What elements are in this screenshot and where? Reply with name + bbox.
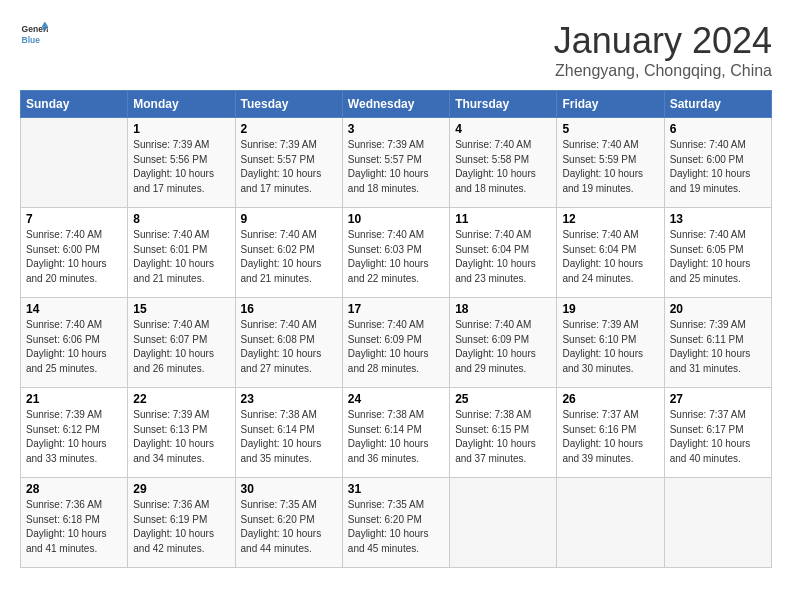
day-number: 21 — [26, 392, 122, 406]
day-number: 16 — [241, 302, 337, 316]
calendar-cell: 16Sunrise: 7:40 AMSunset: 6:08 PMDayligh… — [235, 298, 342, 388]
calendar-cell: 4Sunrise: 7:40 AMSunset: 5:58 PMDaylight… — [450, 118, 557, 208]
day-number: 15 — [133, 302, 229, 316]
day-info: Sunrise: 7:39 AMSunset: 5:57 PMDaylight:… — [348, 138, 444, 196]
day-info: Sunrise: 7:40 AMSunset: 6:04 PMDaylight:… — [455, 228, 551, 286]
calendar-table: Sunday Monday Tuesday Wednesday Thursday… — [20, 90, 772, 568]
day-info: Sunrise: 7:39 AMSunset: 5:57 PMDaylight:… — [241, 138, 337, 196]
calendar-cell: 30Sunrise: 7:35 AMSunset: 6:20 PMDayligh… — [235, 478, 342, 568]
calendar-cell — [557, 478, 664, 568]
day-number: 6 — [670, 122, 766, 136]
day-info: Sunrise: 7:40 AMSunset: 6:09 PMDaylight:… — [455, 318, 551, 376]
day-info: Sunrise: 7:39 AMSunset: 6:11 PMDaylight:… — [670, 318, 766, 376]
calendar-cell: 18Sunrise: 7:40 AMSunset: 6:09 PMDayligh… — [450, 298, 557, 388]
col-sunday: Sunday — [21, 91, 128, 118]
calendar-cell: 13Sunrise: 7:40 AMSunset: 6:05 PMDayligh… — [664, 208, 771, 298]
calendar-week-3: 14Sunrise: 7:40 AMSunset: 6:06 PMDayligh… — [21, 298, 772, 388]
calendar-cell: 27Sunrise: 7:37 AMSunset: 6:17 PMDayligh… — [664, 388, 771, 478]
day-info: Sunrise: 7:40 AMSunset: 5:58 PMDaylight:… — [455, 138, 551, 196]
day-info: Sunrise: 7:39 AMSunset: 6:13 PMDaylight:… — [133, 408, 229, 466]
calendar-cell: 9Sunrise: 7:40 AMSunset: 6:02 PMDaylight… — [235, 208, 342, 298]
day-info: Sunrise: 7:38 AMSunset: 6:14 PMDaylight:… — [241, 408, 337, 466]
day-info: Sunrise: 7:40 AMSunset: 6:05 PMDaylight:… — [670, 228, 766, 286]
header-row: Sunday Monday Tuesday Wednesday Thursday… — [21, 91, 772, 118]
calendar-cell: 2Sunrise: 7:39 AMSunset: 5:57 PMDaylight… — [235, 118, 342, 208]
calendar-cell: 7Sunrise: 7:40 AMSunset: 6:00 PMDaylight… — [21, 208, 128, 298]
logo: General Blue — [20, 20, 48, 48]
calendar-cell: 3Sunrise: 7:39 AMSunset: 5:57 PMDaylight… — [342, 118, 449, 208]
svg-text:Blue: Blue — [22, 35, 41, 45]
calendar-cell: 23Sunrise: 7:38 AMSunset: 6:14 PMDayligh… — [235, 388, 342, 478]
month-title: January 2024 — [554, 20, 772, 62]
day-number: 12 — [562, 212, 658, 226]
day-number: 13 — [670, 212, 766, 226]
day-number: 7 — [26, 212, 122, 226]
day-number: 17 — [348, 302, 444, 316]
calendar-cell — [21, 118, 128, 208]
col-friday: Friday — [557, 91, 664, 118]
calendar-week-2: 7Sunrise: 7:40 AMSunset: 6:00 PMDaylight… — [21, 208, 772, 298]
calendar-cell: 25Sunrise: 7:38 AMSunset: 6:15 PMDayligh… — [450, 388, 557, 478]
day-number: 20 — [670, 302, 766, 316]
day-number: 31 — [348, 482, 444, 496]
day-number: 29 — [133, 482, 229, 496]
calendar-cell: 19Sunrise: 7:39 AMSunset: 6:10 PMDayligh… — [557, 298, 664, 388]
calendar-cell: 15Sunrise: 7:40 AMSunset: 6:07 PMDayligh… — [128, 298, 235, 388]
day-info: Sunrise: 7:40 AMSunset: 6:02 PMDaylight:… — [241, 228, 337, 286]
day-info: Sunrise: 7:39 AMSunset: 5:56 PMDaylight:… — [133, 138, 229, 196]
col-monday: Monday — [128, 91, 235, 118]
calendar-cell: 29Sunrise: 7:36 AMSunset: 6:19 PMDayligh… — [128, 478, 235, 568]
day-number: 25 — [455, 392, 551, 406]
day-number: 28 — [26, 482, 122, 496]
calendar-cell: 1Sunrise: 7:39 AMSunset: 5:56 PMDaylight… — [128, 118, 235, 208]
col-wednesday: Wednesday — [342, 91, 449, 118]
day-info: Sunrise: 7:35 AMSunset: 6:20 PMDaylight:… — [241, 498, 337, 556]
calendar-cell: 20Sunrise: 7:39 AMSunset: 6:11 PMDayligh… — [664, 298, 771, 388]
day-number: 22 — [133, 392, 229, 406]
day-number: 19 — [562, 302, 658, 316]
calendar-cell — [450, 478, 557, 568]
day-info: Sunrise: 7:40 AMSunset: 6:00 PMDaylight:… — [26, 228, 122, 286]
calendar-cell: 12Sunrise: 7:40 AMSunset: 6:04 PMDayligh… — [557, 208, 664, 298]
day-number: 18 — [455, 302, 551, 316]
day-number: 23 — [241, 392, 337, 406]
calendar-cell: 11Sunrise: 7:40 AMSunset: 6:04 PMDayligh… — [450, 208, 557, 298]
day-number: 30 — [241, 482, 337, 496]
calendar-cell: 31Sunrise: 7:35 AMSunset: 6:20 PMDayligh… — [342, 478, 449, 568]
day-info: Sunrise: 7:40 AMSunset: 6:00 PMDaylight:… — [670, 138, 766, 196]
col-saturday: Saturday — [664, 91, 771, 118]
calendar-cell: 24Sunrise: 7:38 AMSunset: 6:14 PMDayligh… — [342, 388, 449, 478]
day-info: Sunrise: 7:40 AMSunset: 6:09 PMDaylight:… — [348, 318, 444, 376]
day-number: 24 — [348, 392, 444, 406]
day-info: Sunrise: 7:36 AMSunset: 6:19 PMDaylight:… — [133, 498, 229, 556]
day-info: Sunrise: 7:40 AMSunset: 6:01 PMDaylight:… — [133, 228, 229, 286]
day-number: 11 — [455, 212, 551, 226]
calendar-cell: 14Sunrise: 7:40 AMSunset: 6:06 PMDayligh… — [21, 298, 128, 388]
day-info: Sunrise: 7:38 AMSunset: 6:14 PMDaylight:… — [348, 408, 444, 466]
calendar-week-1: 1Sunrise: 7:39 AMSunset: 5:56 PMDaylight… — [21, 118, 772, 208]
day-info: Sunrise: 7:40 AMSunset: 6:06 PMDaylight:… — [26, 318, 122, 376]
day-number: 2 — [241, 122, 337, 136]
day-number: 14 — [26, 302, 122, 316]
day-info: Sunrise: 7:37 AMSunset: 6:16 PMDaylight:… — [562, 408, 658, 466]
day-number: 1 — [133, 122, 229, 136]
day-number: 5 — [562, 122, 658, 136]
title-area: January 2024 Zhengyang, Chongqing, China — [554, 20, 772, 80]
calendar-cell: 22Sunrise: 7:39 AMSunset: 6:13 PMDayligh… — [128, 388, 235, 478]
day-info: Sunrise: 7:40 AMSunset: 5:59 PMDaylight:… — [562, 138, 658, 196]
calendar-cell: 28Sunrise: 7:36 AMSunset: 6:18 PMDayligh… — [21, 478, 128, 568]
day-info: Sunrise: 7:40 AMSunset: 6:07 PMDaylight:… — [133, 318, 229, 376]
day-info: Sunrise: 7:38 AMSunset: 6:15 PMDaylight:… — [455, 408, 551, 466]
calendar-cell — [664, 478, 771, 568]
day-info: Sunrise: 7:40 AMSunset: 6:03 PMDaylight:… — [348, 228, 444, 286]
calendar-cell: 8Sunrise: 7:40 AMSunset: 6:01 PMDaylight… — [128, 208, 235, 298]
location-title: Zhengyang, Chongqing, China — [554, 62, 772, 80]
day-number: 3 — [348, 122, 444, 136]
calendar-week-5: 28Sunrise: 7:36 AMSunset: 6:18 PMDayligh… — [21, 478, 772, 568]
page-header: General Blue January 2024 Zhengyang, Cho… — [20, 20, 772, 80]
calendar-cell: 6Sunrise: 7:40 AMSunset: 6:00 PMDaylight… — [664, 118, 771, 208]
col-tuesday: Tuesday — [235, 91, 342, 118]
day-info: Sunrise: 7:36 AMSunset: 6:18 PMDaylight:… — [26, 498, 122, 556]
day-number: 4 — [455, 122, 551, 136]
day-number: 10 — [348, 212, 444, 226]
